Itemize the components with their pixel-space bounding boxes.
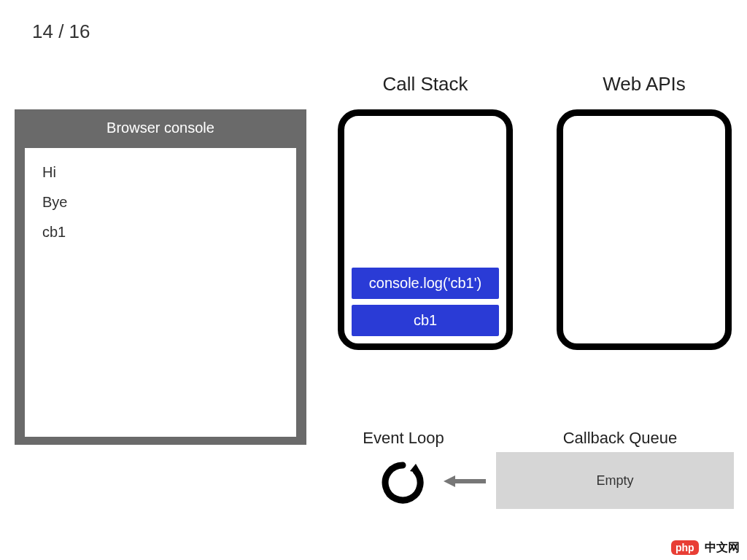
event-loop-icon xyxy=(381,461,425,505)
browser-console-body: Hi Bye cb1 xyxy=(25,148,296,437)
svg-marker-2 xyxy=(444,475,455,487)
console-line: cb1 xyxy=(42,224,279,241)
callback-queue-title: Callback Queue xyxy=(525,429,715,448)
call-stack-title: Call Stack xyxy=(338,73,513,96)
slide-counter: 14 / 16 xyxy=(32,20,90,43)
web-apis-panel xyxy=(557,109,732,350)
event-loop-title: Event Loop xyxy=(338,429,469,448)
watermark-text: 中文网 xyxy=(705,541,740,553)
stack-frame: console.log('cb1') xyxy=(352,268,499,299)
svg-marker-0 xyxy=(410,464,422,474)
browser-console-panel: Browser console Hi Bye cb1 xyxy=(15,109,306,445)
browser-console-title: Browser console xyxy=(15,109,306,148)
web-apis-title: Web APIs xyxy=(557,73,732,96)
watermark: php 中文网 xyxy=(671,540,740,556)
callback-queue-content: Empty xyxy=(596,473,633,489)
watermark-badge: php xyxy=(671,540,699,555)
console-line: Bye xyxy=(42,194,279,211)
stack-frame: cb1 xyxy=(352,305,499,336)
console-line: Hi xyxy=(42,164,279,181)
arrow-left-icon xyxy=(444,474,487,489)
call-stack-panel: console.log('cb1') cb1 xyxy=(338,109,513,350)
callback-queue-box: Empty xyxy=(496,452,734,509)
